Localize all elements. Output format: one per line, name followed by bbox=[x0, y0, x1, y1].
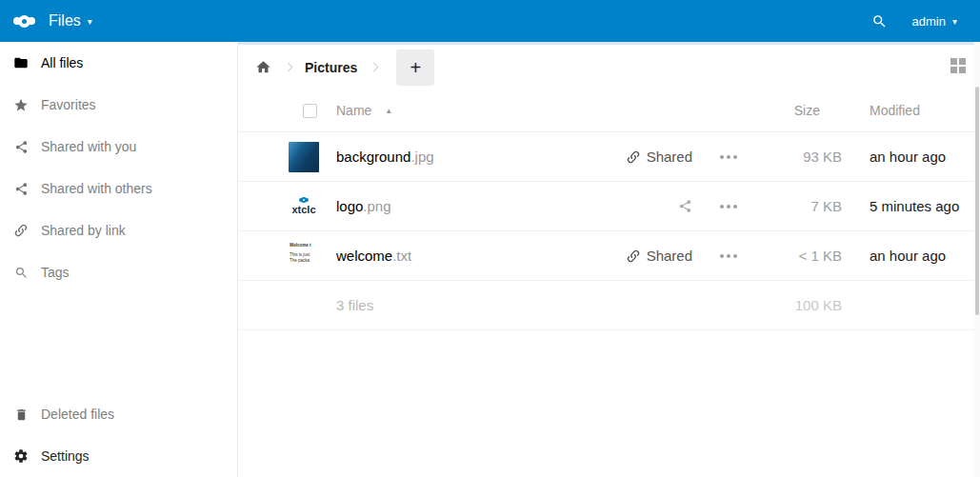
scrollbar-thumb[interactable] bbox=[975, 87, 979, 315]
grid-square bbox=[959, 67, 966, 73]
file-extension: .txt bbox=[392, 248, 411, 264]
file-thumbnail-text[interactable]: Welcome t This is just The packa bbox=[289, 241, 319, 271]
link-icon bbox=[626, 248, 641, 264]
file-row-welcome-txt[interactable]: Welcome t This is just The packa welcome… bbox=[238, 231, 980, 281]
ellipsis-icon bbox=[727, 205, 730, 209]
star-icon bbox=[13, 97, 29, 112]
file-extension: .png bbox=[363, 198, 390, 214]
file-modified: 5 minutes ago bbox=[842, 198, 980, 214]
sidebar-item-label: Deleted files bbox=[41, 407, 114, 422]
share-status-button[interactable]: Shared bbox=[550, 248, 692, 264]
share-button[interactable] bbox=[550, 199, 692, 213]
sidebar-item-label: All files bbox=[41, 55, 83, 70]
share-status-label: Shared bbox=[647, 149, 692, 165]
ellipsis-icon bbox=[727, 155, 730, 159]
column-name-label: Name bbox=[336, 103, 371, 118]
ellipsis-icon bbox=[720, 205, 724, 209]
sidebar-item-label: Shared with you bbox=[41, 139, 136, 154]
breadcrumb-current-folder[interactable]: Pictures bbox=[305, 60, 357, 75]
app-name: Files bbox=[49, 12, 81, 30]
file-basename: welcome bbox=[336, 248, 392, 264]
sidebar-nav: All files Favorites Shared with you Shar… bbox=[0, 42, 237, 293]
summary-total-size: 100 KB bbox=[765, 297, 842, 313]
file-modified: an hour ago bbox=[842, 149, 980, 165]
sidebar-item-settings[interactable]: Settings bbox=[0, 435, 237, 477]
link-icon bbox=[13, 223, 29, 238]
grid-square bbox=[959, 58, 966, 65]
trash-icon bbox=[13, 407, 29, 422]
search-icon bbox=[871, 13, 888, 30]
user-menu[interactable]: admin ▾ bbox=[912, 14, 957, 29]
grid-view-toggle[interactable] bbox=[950, 58, 966, 73]
sidebar-item-shared-with-you[interactable]: Shared with you bbox=[0, 126, 237, 168]
more-actions-button[interactable] bbox=[692, 155, 765, 159]
more-actions-button[interactable] bbox=[692, 254, 765, 258]
share-icon bbox=[13, 181, 29, 196]
file-size: < 1 KB bbox=[765, 248, 842, 264]
breadcrumb-separator-icon bbox=[370, 63, 379, 72]
logo-circle bbox=[18, 15, 30, 28]
grid-square bbox=[950, 58, 957, 65]
sidebar-item-all-files[interactable]: All files bbox=[0, 42, 237, 84]
nextcloud-logo-icon bbox=[299, 197, 309, 203]
file-row-logo-png[interactable]: xtclc logo.png 7 KB 5 minutes ago bbox=[238, 182, 980, 231]
share-icon bbox=[678, 199, 692, 213]
column-header-size[interactable]: Size bbox=[765, 103, 842, 118]
gear-icon bbox=[13, 448, 29, 464]
file-basename: logo bbox=[336, 198, 363, 214]
sidebar-item-label: Shared with others bbox=[41, 181, 152, 196]
thumbnail-word: xtclc bbox=[291, 204, 315, 215]
grid-square bbox=[950, 67, 957, 73]
sidebar-item-favorites[interactable]: Favorites bbox=[0, 84, 237, 126]
link-icon bbox=[626, 149, 641, 165]
summary-file-count: 3 files bbox=[336, 297, 550, 313]
file-extension: .jpg bbox=[410, 149, 433, 165]
home-icon[interactable] bbox=[255, 59, 271, 75]
file-thumbnail-image[interactable] bbox=[289, 142, 319, 172]
sidebar-item-shared-with-others[interactable]: Shared with others bbox=[0, 168, 237, 209]
sort-ascending-icon: ▲ bbox=[385, 107, 392, 115]
file-table: Name ▲ Size Modified background.jpg Sh bbox=[238, 89, 980, 477]
sidebar-item-label: Tags bbox=[41, 265, 70, 280]
folder-icon bbox=[13, 55, 29, 70]
column-header-modified[interactable]: Modified bbox=[842, 103, 980, 118]
sidebar: All files Favorites Shared with you Shar… bbox=[0, 42, 238, 477]
more-actions-button[interactable] bbox=[692, 205, 765, 209]
share-status-label: Shared bbox=[647, 248, 692, 264]
sidebar-item-label: Favorites bbox=[41, 97, 96, 112]
file-name[interactable]: background.jpg bbox=[336, 149, 550, 165]
ellipsis-icon bbox=[720, 254, 724, 258]
ellipsis-icon bbox=[733, 205, 737, 209]
file-size: 7 KB bbox=[765, 198, 842, 214]
sidebar-item-label: Settings bbox=[41, 448, 90, 464]
column-header-name[interactable]: Name ▲ bbox=[336, 103, 550, 118]
ellipsis-icon bbox=[727, 254, 730, 258]
thumbnail-text-line: Welcome t bbox=[290, 243, 318, 248]
main-content: Pictures + Name ▲ Size Modified bbox=[238, 42, 980, 477]
app-header: Files ▾ admin ▾ bbox=[0, 0, 980, 42]
search-button[interactable] bbox=[871, 13, 888, 30]
sidebar-item-tags[interactable]: Tags bbox=[0, 251, 237, 293]
file-size: 93 KB bbox=[765, 149, 842, 165]
ellipsis-icon bbox=[720, 155, 724, 159]
share-status-button[interactable]: Shared bbox=[550, 149, 692, 165]
file-name[interactable]: logo.png bbox=[336, 198, 550, 214]
file-thumbnail-logo[interactable]: xtclc bbox=[289, 191, 319, 222]
file-name[interactable]: welcome.txt bbox=[336, 248, 550, 264]
select-all-checkbox[interactable] bbox=[303, 104, 317, 118]
ellipsis-icon bbox=[733, 155, 737, 159]
file-row-background-jpg[interactable]: background.jpg Shared 93 KB an hour ago bbox=[238, 132, 980, 182]
sidebar-item-deleted-files[interactable]: Deleted files bbox=[0, 393, 237, 435]
app-menu[interactable]: Files ▾ bbox=[49, 12, 92, 30]
nextcloud-logo-icon[interactable] bbox=[13, 15, 35, 28]
breadcrumb: Pictures + bbox=[238, 45, 980, 89]
table-header-row: Name ▲ Size Modified bbox=[238, 89, 980, 132]
sidebar-item-label: Shared by link bbox=[41, 223, 126, 238]
sidebar-item-shared-by-link[interactable]: Shared by link bbox=[0, 209, 237, 251]
ellipsis-icon bbox=[733, 254, 737, 258]
new-file-button[interactable]: + bbox=[396, 50, 434, 86]
file-basename: background bbox=[336, 149, 410, 165]
chevron-down-icon: ▾ bbox=[88, 16, 92, 27]
sidebar-bottom-nav: Deleted files Settings bbox=[0, 393, 237, 477]
share-icon bbox=[13, 139, 29, 154]
